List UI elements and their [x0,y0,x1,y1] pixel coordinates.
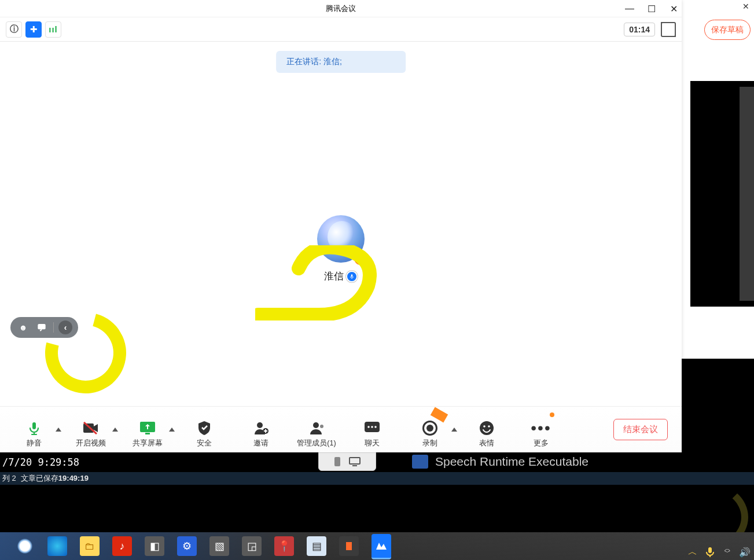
signal-icon[interactable]: ııl [45,21,61,38]
mute-options-caret[interactable] [54,411,62,448]
emoji-icon[interactable]: ☻ [16,320,30,334]
members-label: 管理成员(1) [297,439,336,448]
collapse-chevron-icon[interactable]: ‹ [58,320,72,334]
info-bar: ⓘ ✚ ııl 01:14 [0,17,682,42]
emoji-button[interactable]: 表情 [466,411,507,448]
svg-rect-3 [32,422,36,429]
tray-mic-icon[interactable] [704,546,716,558]
svg-point-14 [371,426,373,428]
invite-button[interactable]: 邀请 [241,411,281,448]
video-options-caret[interactable] [111,411,119,448]
system-tray[interactable]: ︿ ⌔ 🔊 [687,546,751,558]
speaking-indicator: 正在讲话: 淮信; [276,51,406,73]
background-video-area [690,81,754,307]
device-switcher[interactable] [318,452,376,471]
phone-icon [334,456,341,467]
taskbar-doc-icon[interactable]: ▤ [307,536,326,556]
editor-statusbar: 列 2 文章已保存19:49:19 [0,472,754,485]
status-saved: 文章已保存19:49:19 [21,473,89,484]
info-icon[interactable]: ⓘ [6,21,22,38]
chat-bubble-icon[interactable] [35,320,49,334]
fullscreen-button[interactable] [661,22,676,37]
mic-active-icon [346,271,358,282]
record-button[interactable]: 录制 [410,411,450,448]
host-badge-icon [354,252,367,265]
svg-rect-22 [708,547,712,553]
taskbar-settings-icon[interactable]: ⚙ [177,536,197,556]
svg-point-10 [313,422,319,428]
participant-tile: 淮信 [317,215,365,283]
close-button[interactable]: ✕ [668,3,679,14]
shield-icon[interactable]: ✚ [25,21,42,38]
taskbar-netease-icon[interactable]: ♪ [112,536,132,556]
chat-label: 聊天 [365,439,380,448]
video-label: 开启视频 [76,439,106,448]
chat-button[interactable]: 聊天 [352,411,392,448]
taskbar-map-icon[interactable]: 📍 [274,536,294,556]
taskbar-app4-icon[interactable] [339,536,359,556]
mic-icon [25,420,43,436]
share-screen-icon [139,420,156,436]
tray-chevron-icon[interactable]: ︿ [687,546,698,558]
save-draft-button[interactable]: 保存草稿 [704,20,751,40]
svg-point-18 [488,425,490,428]
participant-name: 淮信 [324,270,344,283]
members-icon [308,420,325,436]
titlebar[interactable]: 腾讯会议 — ☐ ✕ [0,0,682,17]
svg-point-15 [374,426,377,428]
taskbar-tencent-meeting-icon[interactable] [372,534,391,559]
meeting-window: 腾讯会议 — ☐ ✕ ⓘ ✚ ııl 01:14 正在讲话: 淮信; [0,0,682,452]
floating-toolbar[interactable]: ☻ ‹ [10,317,78,338]
minimize-button[interactable]: — [624,3,635,14]
tray-volume-icon[interactable]: 🔊 [739,546,751,558]
invite-icon [252,420,270,436]
svg-point-0 [359,256,362,259]
monitor-icon [349,457,361,466]
svg-rect-4 [83,423,94,433]
background-browser-panel: ✕ 保存草稿 [679,0,754,359]
shield-icon [196,420,213,436]
meeting-stage: 正在讲话: 淮信; 淮信 ☻ [0,42,682,406]
svg-rect-1 [351,274,353,277]
taskbar-explorer-icon[interactable]: 🗀 [80,536,100,556]
taskbar-app2-icon[interactable]: ▧ [209,536,229,556]
separator [53,322,54,333]
end-meeting-button[interactable]: 结束会议 [613,419,668,440]
video-button[interactable]: 开启视频 [71,411,111,448]
svg-point-11 [320,425,323,428]
record-options-caret[interactable] [450,411,458,448]
taskbar-edge-icon[interactable] [47,536,67,556]
meeting-toolbar: 静音 开启视频 共享屏幕 安全 邀请 [0,406,682,452]
share-options-caret[interactable] [168,411,176,448]
svg-point-8 [257,422,263,428]
status-col: 列 2 [2,473,16,484]
security-label: 安全 [197,439,212,448]
security-button[interactable]: 安全 [184,411,225,448]
speech-label: Speech Runtime Executable [435,455,589,469]
window-controls: — ☐ ✕ [624,0,679,17]
more-label: 更多 [534,439,549,448]
tray-wifi-icon[interactable]: ⌔ [722,546,733,558]
svg-rect-19 [334,457,340,466]
taskbar[interactable]: 🗀 ♪ ◧ ⚙ ▧ ◲ 📍 ▤ ︿ ⌔ 🔊 [0,532,754,560]
invite-label: 邀请 [253,439,269,448]
share-label: 共享屏幕 [133,439,163,448]
notification-dot-icon [550,412,554,417]
emoji-label: 表情 [479,439,494,448]
svg-point-16 [480,421,494,435]
maximize-button[interactable]: ☐ [646,3,657,14]
window-title: 腾讯会议 [326,3,356,14]
manage-members-button[interactable]: 管理成员(1) [292,411,341,448]
share-screen-button[interactable]: 共享屏幕 [127,411,168,448]
record-label: 录制 [422,439,437,448]
svg-rect-2 [38,324,45,329]
emoji-icon [478,420,495,436]
mute-label: 静音 [27,439,42,448]
more-button[interactable]: ••• 更多 [521,411,561,448]
close-icon[interactable]: ✕ [742,2,749,11]
taskbar-app1-icon[interactable]: ◧ [145,536,164,556]
mute-button[interactable]: 静音 [14,411,54,448]
taskbar-cortana-icon[interactable] [15,536,35,556]
svg-point-17 [483,425,485,428]
taskbar-app3-icon[interactable]: ◲ [242,536,262,556]
